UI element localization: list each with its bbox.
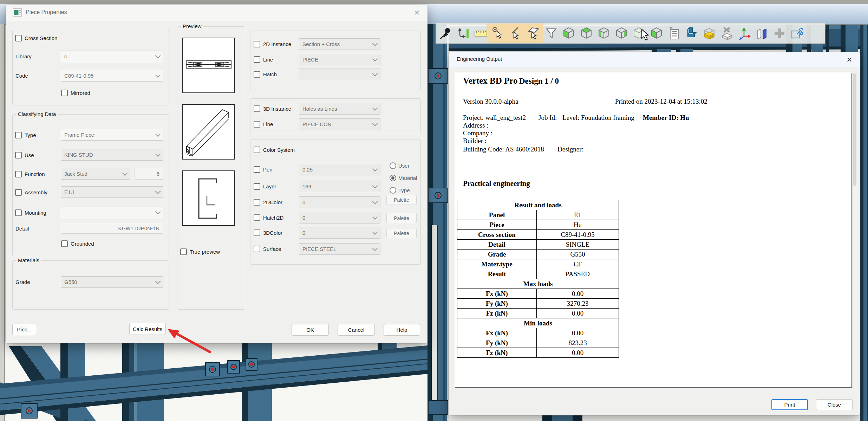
assembly-checkbox[interactable] [15, 189, 22, 196]
hatch-2d-select[interactable]: 0 [299, 212, 380, 224]
engineering-output-close-button[interactable]: ✕ [842, 54, 857, 66]
grade-select[interactable]: G550 [61, 276, 163, 288]
function-count-field[interactable]: 6 [135, 168, 163, 180]
palette-2d-button[interactable]: Palette [386, 195, 417, 205]
surface-select[interactable]: PIECE.STEEL [299, 243, 380, 255]
hatch-checkbox[interactable] [254, 71, 260, 78]
pen-type-radio[interactable] [390, 187, 396, 194]
chevron-down-icon [372, 214, 378, 220]
cross-section-label: Cross Section [25, 35, 57, 41]
engineering-output-titlebar[interactable]: Engineering Output ✕ [449, 52, 860, 68]
line-3d-checkbox[interactable] [254, 121, 260, 128]
cube-left-green-icon[interactable] [597, 26, 611, 40]
pen-checkbox[interactable] [254, 166, 260, 173]
color-3d-select[interactable]: 0 [299, 227, 380, 239]
cube-top-green-icon[interactable] [579, 26, 593, 40]
surface-checkbox[interactable] [254, 246, 260, 252]
color-2d-select[interactable]: 0 [299, 196, 380, 208]
delete-box-icon[interactable] [720, 26, 734, 40]
snap-line-cursor-icon[interactable] [509, 26, 523, 40]
profile-icon[interactable] [685, 26, 699, 40]
line-3d-select[interactable]: PIECE.CON [299, 118, 380, 130]
report-product: Vertex BD Pro [463, 76, 518, 86]
add-cross-icon[interactable] [772, 26, 787, 40]
report-section-title: Practical engineering [463, 179, 530, 188]
instance-2d-select[interactable]: Section + Cross [299, 38, 380, 50]
palette-hatch2d-button[interactable]: Palette [386, 213, 417, 223]
line-2d-select[interactable]: PIECE [299, 54, 380, 65]
preview-elevation [182, 38, 235, 93]
cube-right-green-icon[interactable] [614, 26, 628, 40]
function-select[interactable]: Jack Stud [61, 168, 130, 180]
pen-user-radio[interactable] [390, 162, 396, 169]
piece-properties-titlebar[interactable]: Piece Properties ✕ [6, 5, 428, 21]
snap-face-cursor-icon[interactable] [527, 26, 541, 40]
hatch-2d-checkbox[interactable] [254, 214, 260, 221]
ruler-icon[interactable] [474, 26, 488, 40]
true-preview-label: True preview [190, 249, 220, 255]
report-scrollbar-thumb[interactable] [853, 73, 856, 186]
report-list-icon[interactable] [667, 26, 681, 40]
library-select[interactable]: c [61, 51, 163, 62]
pen-select[interactable]: 0.25 [299, 164, 380, 175]
piece-properties-close-button[interactable]: ✕ [409, 7, 425, 19]
code-select[interactable]: C89-41-0.95 [61, 70, 163, 82]
instance-3d-checkbox[interactable] [254, 105, 260, 112]
pin-icon[interactable] [439, 26, 453, 40]
cross-section-checkbox[interactable] [15, 35, 22, 41]
chevron-down-icon [372, 56, 378, 61]
color-3d-checkbox[interactable] [254, 229, 260, 236]
use-checkbox[interactable] [15, 152, 22, 158]
function-checkbox[interactable] [15, 171, 22, 177]
line-2d-checkbox[interactable] [254, 56, 260, 63]
use-select[interactable]: KING STUD [61, 149, 163, 161]
filter-icon[interactable] [544, 26, 558, 40]
color-system-checkbox[interactable] [254, 147, 260, 153]
cancel-button[interactable]: Cancel [338, 324, 375, 336]
export-view-icon[interactable] [790, 26, 804, 40]
true-preview-checkbox[interactable] [180, 248, 187, 255]
select-solid-cursor-icon[interactable] [650, 26, 664, 40]
chevron-down-icon [372, 121, 378, 126]
detail-field: ST-W1TOP0N-1N [61, 223, 163, 234]
type-select[interactable]: Frame Piece [61, 129, 163, 141]
panels-icon[interactable] [755, 26, 769, 40]
color-2d-checkbox[interactable] [254, 199, 260, 206]
palette-3d-button[interactable]: Palette [386, 228, 417, 238]
table-row: ResultPASSED [457, 269, 619, 279]
pick-button[interactable]: Pick... [12, 324, 36, 335]
chevron-down-icon [155, 151, 161, 157]
snap-point-cursor-icon[interactable] [491, 26, 505, 40]
print-button[interactable]: Print [771, 399, 808, 410]
assembly-select[interactable]: E1.1 [61, 186, 163, 198]
pen-material-label: Material [398, 175, 417, 181]
chevron-down-icon [372, 71, 378, 76]
table-max-header-row: Max loads [457, 279, 619, 289]
close-button[interactable]: Close [816, 399, 853, 410]
report-level: Level: Foundation framing [562, 114, 634, 122]
mounting-checkbox[interactable] [15, 209, 22, 216]
mounting-select[interactable] [61, 207, 163, 218]
annotation-arrow [160, 322, 230, 360]
cube-front-green-icon[interactable] [562, 26, 576, 40]
chevron-down-icon [372, 40, 378, 46]
ok-button[interactable]: OK [292, 324, 329, 336]
help-button[interactable]: Help [384, 324, 420, 336]
axes-icon[interactable] [737, 26, 751, 40]
type-checkbox[interactable] [15, 132, 22, 138]
mirrored-checkbox[interactable] [61, 90, 68, 96]
instance-2d-label: 2D Instance [263, 41, 291, 47]
material-box-icon[interactable] [702, 26, 716, 40]
layer-select[interactable]: 169 [299, 181, 380, 192]
pen-material-radio[interactable] [390, 175, 396, 181]
measure-offset-icon[interactable] [456, 26, 470, 40]
layer-checkbox[interactable] [254, 183, 260, 190]
line-2d-label: Line [263, 57, 273, 63]
hatch-select[interactable] [299, 69, 380, 80]
instance-3d-select[interactable]: Holes as Lines [299, 103, 380, 115]
preview-3d [182, 104, 235, 160]
report-scrollbar[interactable] [852, 73, 857, 388]
grounded-checkbox[interactable] [61, 240, 68, 247]
instance-2d-checkbox[interactable] [254, 41, 260, 47]
table-row: Fz (kN)0.00 [457, 309, 619, 318]
